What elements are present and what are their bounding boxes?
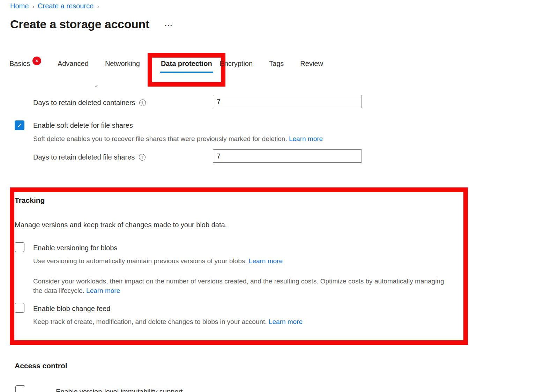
tab-basics[interactable]: Basics✕ bbox=[9, 53, 41, 68]
info-icon[interactable]: i bbox=[139, 99, 146, 106]
tracking-heading: Tracking bbox=[15, 196, 45, 205]
versioning-cost-note: Consider your workloads, their impact on… bbox=[33, 276, 445, 295]
tab-bar: Basics✕ Advanced Networking Data protect… bbox=[9, 53, 340, 87]
tab-encryption[interactable]: Encryption bbox=[220, 53, 253, 68]
annotation-box-tracking-section: Tracking Manage versions and keep track … bbox=[10, 187, 468, 345]
learn-more-link[interactable]: Learn more bbox=[86, 287, 120, 294]
tab-advanced[interactable]: Advanced bbox=[58, 53, 89, 68]
retain-file-shares-label-row: Days to retain deleted file shares i bbox=[33, 153, 146, 161]
tab-review[interactable]: Review bbox=[300, 53, 323, 68]
create-storage-account-page: Home › Create a resource › Create a stor… bbox=[0, 0, 536, 392]
tab-data-protection[interactable]: Data protection bbox=[161, 60, 212, 68]
learn-more-link[interactable]: Learn more bbox=[269, 318, 303, 325]
version-level-immutability-checkbox[interactable] bbox=[15, 385, 25, 392]
retain-file-shares-input[interactable] bbox=[213, 149, 362, 163]
soft-delete-file-shares-description: Soft delete enables you to recover file … bbox=[33, 135, 323, 143]
learn-more-link[interactable]: Learn more bbox=[289, 135, 323, 142]
enable-versioning-label[interactable]: Enable versioning for blobs bbox=[33, 244, 117, 252]
breadcrumb: Home › Create a resource › bbox=[10, 2, 99, 10]
page-title: Create a storage account bbox=[10, 17, 149, 31]
chevron-right-icon: › bbox=[32, 2, 34, 10]
enable-change-feed-checkbox[interactable] bbox=[15, 303, 24, 313]
learn-more-link[interactable]: Learn more bbox=[249, 257, 283, 265]
chevron-right-icon: › bbox=[97, 2, 99, 10]
soft-delete-file-shares-checkbox[interactable]: ✓ bbox=[15, 120, 24, 130]
enable-change-feed-description: Keep track of create, modification, and … bbox=[33, 318, 303, 326]
check-icon: ✓ bbox=[17, 121, 22, 130]
retain-file-shares-label: Days to retain deleted file shares bbox=[33, 153, 135, 161]
info-icon[interactable]: i bbox=[139, 154, 146, 161]
breadcrumb-create-resource-link[interactable]: Create a resource bbox=[38, 2, 94, 10]
selected-tab-underline bbox=[160, 72, 213, 73]
tracking-intro: Manage versions and keep track of change… bbox=[15, 221, 227, 229]
tab-tags[interactable]: Tags bbox=[269, 53, 284, 68]
retain-containers-input[interactable] bbox=[213, 95, 362, 108]
version-level-immutability-label[interactable]: Enable version-level immutability suppor… bbox=[56, 388, 183, 392]
breadcrumb-home-link[interactable]: Home bbox=[10, 2, 29, 10]
retain-containers-label: Days to retain deleted containers bbox=[33, 99, 135, 107]
enable-versioning-checkbox[interactable] bbox=[15, 242, 24, 252]
title-row: Create a storage account ··· bbox=[10, 17, 173, 31]
soft-delete-file-shares-label[interactable]: Enable soft delete for file shares bbox=[33, 121, 133, 130]
tab-networking[interactable]: Networking bbox=[105, 53, 140, 68]
enable-versioning-description: Use versioning to automatically maintain… bbox=[33, 257, 283, 265]
error-badge-icon: ✕ bbox=[32, 57, 41, 65]
access-control-heading: Access control bbox=[15, 362, 67, 370]
enable-change-feed-label[interactable]: Enable blob change feed bbox=[33, 305, 110, 313]
more-menu-icon[interactable]: ··· bbox=[165, 21, 173, 29]
retain-containers-label-row: Days to retain deleted containers i bbox=[33, 99, 146, 107]
annotation-box-data-protection-tab: Data protection bbox=[148, 53, 225, 87]
